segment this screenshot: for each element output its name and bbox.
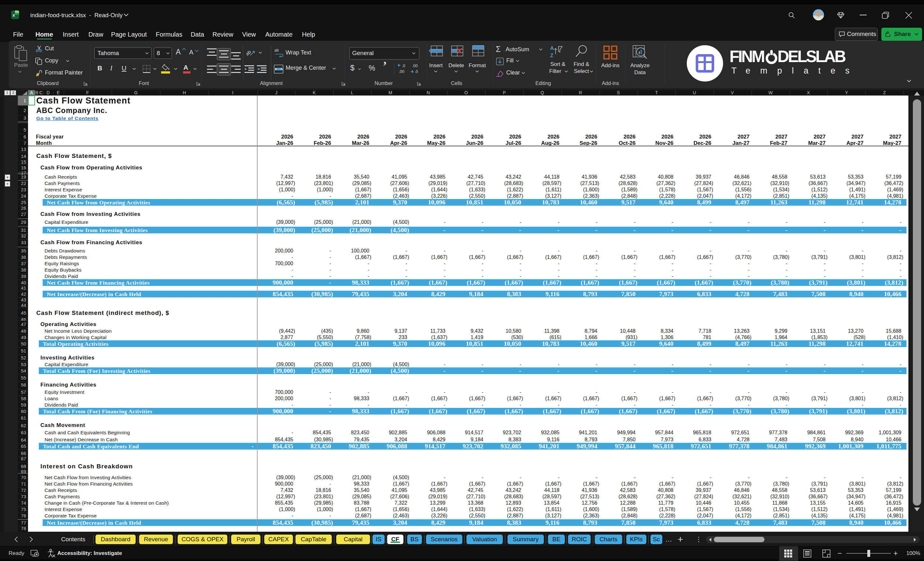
svg-text:.0: .0 xyxy=(402,63,405,68)
svg-text:ab: ab xyxy=(274,48,279,52)
svg-text:ab: ab xyxy=(246,49,252,57)
svg-text:Z: Z xyxy=(550,53,554,58)
svg-text:.00: .00 xyxy=(412,63,418,68)
svg-text:.0: .0 xyxy=(414,69,418,74)
svg-text:x: x xyxy=(12,13,15,18)
svg-text:A: A xyxy=(550,45,554,51)
svg-text:.00: .00 xyxy=(399,69,404,74)
